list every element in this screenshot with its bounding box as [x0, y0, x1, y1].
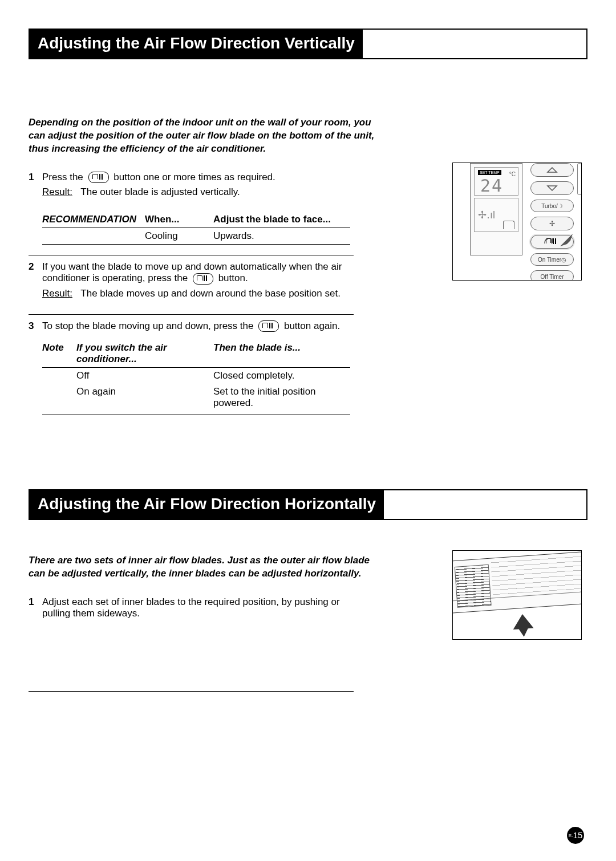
section-2-intro: There are two sets of inner air flow bla… [29, 554, 382, 580]
note-row2-if: On again [76, 386, 213, 409]
swing-button-icon [193, 273, 213, 285]
step-3-text-b: button again. [284, 320, 340, 331]
page-number: E-15 [567, 827, 584, 844]
note-table: Note If you switch the air conditioner..… [42, 342, 350, 415]
remote-lcd: SET TEMP 24 °C ✢․ıl [470, 163, 522, 255]
temp-down-button[interactable] [530, 181, 574, 195]
adjust-arrow-icon [510, 612, 537, 640]
recommendation-when-value: Cooling [145, 230, 213, 242]
svg-marker-1 [548, 186, 557, 190]
recommendation-label: RECOMMENDATION [42, 214, 145, 225]
lcd-temp-value: 24 [480, 176, 503, 196]
note-col-then: Then the blade is... [213, 342, 350, 365]
step-3-number: 3 [29, 320, 42, 332]
step-2-number: 2 [29, 261, 42, 273]
section-2-step-1-number: 1 [29, 596, 42, 608]
svg-marker-0 [548, 168, 557, 172]
recommendation-adjust-value: Upwards. [213, 230, 350, 242]
step-2-text-a: If you want the blade to move up and dow… [42, 261, 342, 283]
section-2-title: Adjusting the Air Flow Direction Horizon… [30, 490, 384, 519]
turbo-button[interactable]: Turbo/☽ [530, 200, 574, 212]
note-row1-then: Closed completely. [213, 370, 350, 381]
section-2-step-1: 1 Adjust each set of inner blades to the… [29, 591, 354, 692]
step-2-text-b: button. [218, 273, 248, 283]
recommendation-table: RECOMMENDATION When... Adjust the blade … [42, 214, 350, 245]
step-1-text-before: Press the [42, 172, 83, 182]
step-1-number: 1 [29, 172, 42, 183]
fan-indicator-icon: ✢․ıl [478, 209, 495, 221]
step-2-result-label: Result: [42, 288, 72, 299]
temp-up-button[interactable] [530, 163, 574, 177]
step-3: 3 To stop the blade moving up and down, … [29, 315, 354, 340]
lcd-degree-label: °C [509, 171, 516, 177]
remote-illustration: SET TEMP 24 °C ✢․ıl Turbo/☽ ✢ [452, 163, 582, 281]
note-col-if: If you switch the air conditioner... [76, 342, 213, 365]
svg-marker-3 [512, 614, 534, 637]
recommendation-col-adjust: Adjust the blade to face... [213, 214, 350, 225]
recommendation-col-when: When... [145, 214, 213, 225]
off-timer-button[interactable]: Off Timer [530, 270, 574, 281]
section-2-step-1-text: Adjust each set of inner blades to the r… [42, 596, 354, 619]
step-1: 1 Press the button one or more times as … [29, 166, 354, 206]
callout-arrow-icon [559, 233, 574, 247]
step-1-text-after: button one or more times as required. [114, 172, 275, 182]
note-row1-if: Off [76, 370, 213, 381]
lcd-set-temp-label: SET TEMP [478, 170, 501, 175]
section-1-intro: Depending on the position of the indoor … [29, 116, 382, 156]
step-1-result-label: Result: [42, 186, 72, 197]
on-timer-button[interactable]: On Timer ◷ [530, 253, 574, 266]
section-2-title-box: Adjusting the Air Flow Direction Horizon… [29, 489, 587, 520]
section-1-title-box: Adjusting the Air Flow Direction Vertica… [29, 29, 587, 59]
swing-button-icon [258, 320, 279, 332]
note-row2-then: Set to the initial position powered. [213, 386, 350, 409]
step-3-text-a: To stop the blade moving up and down, pr… [42, 320, 253, 331]
step-2: 2 If you want the blade to move up and d… [29, 255, 354, 315]
thermometer-icon [577, 163, 582, 195]
indoor-unit-illustration [452, 550, 582, 640]
section-1-title: Adjusting the Air Flow Direction Vertica… [30, 30, 363, 58]
swing-button-icon [88, 172, 109, 183]
step-1-result-text: The outer blade is adjusted vertically. [80, 186, 240, 197]
swing-indicator-icon [503, 221, 514, 229]
fan-button[interactable]: ✢ [530, 217, 574, 230]
step-2-result-text: The blade moves up and down around the b… [80, 288, 341, 299]
ac-body-icon [452, 551, 582, 615]
svg-marker-2 [560, 234, 573, 246]
note-label: Note [42, 342, 76, 365]
